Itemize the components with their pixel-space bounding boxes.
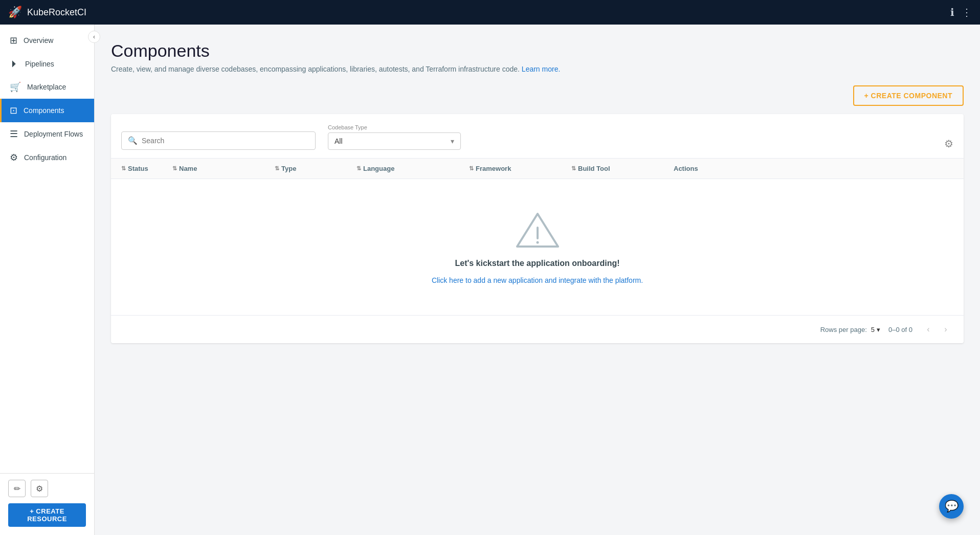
empty-state-link[interactable]: Click here to add a new application and … (432, 276, 643, 284)
sidebar-nav: ⊞ Overview ⏵ Pipelines 🛒 Marketplace ⊡ C… (0, 25, 94, 473)
topbar: 🚀 KubeRocketCI ℹ ⋮ (0, 0, 980, 25)
sidebar-item-label: Pipelines (25, 60, 54, 68)
table-filters: 🔍 Codebase Type All ▾ ⚙ (111, 114, 964, 159)
settings-icon: ⚙ (36, 484, 43, 494)
sort-icon: ⇅ (172, 165, 177, 172)
edit-icon: ✏ (14, 484, 20, 494)
logo-icon: 🚀 (8, 6, 22, 19)
main-content: Components Create, view, and manage dive… (95, 25, 980, 535)
page-nav: ‹ › (921, 322, 953, 337)
empty-state-title: Let's kickstart the application onboardi… (455, 259, 619, 268)
table-settings-icon[interactable]: ⚙ (944, 138, 953, 150)
page-title: Components (111, 41, 964, 61)
th-framework[interactable]: ⇅ Framework (469, 165, 571, 172)
th-type[interactable]: ⇅ Type (275, 165, 357, 172)
codebase-type-label: Codebase Type (328, 124, 461, 130)
chat-icon: 💬 (945, 500, 959, 513)
more-icon[interactable]: ⋮ (962, 6, 972, 18)
sidebar-item-label: Configuration (24, 153, 66, 162)
th-actions: Actions (674, 165, 735, 172)
rows-per-page-value: 5 (871, 326, 875, 333)
sidebar-collapse-button[interactable]: ‹ (88, 31, 100, 43)
chat-fab[interactable]: 💬 (939, 494, 964, 519)
prev-page-button[interactable]: ‹ (921, 322, 936, 337)
pagination: Rows per page: 5 ▾ 0–0 of 0 ‹ › (111, 315, 964, 343)
page-subtitle: Create, view, and manage diverse codebas… (111, 65, 964, 73)
svg-point-1 (536, 241, 539, 244)
pipelines-icon: ⏵ (10, 58, 19, 69)
configuration-icon: ⚙ (10, 152, 18, 163)
create-component-button[interactable]: + CREATE COMPONENT (853, 85, 964, 106)
components-icon: ⊡ (10, 105, 17, 116)
th-name[interactable]: ⇅ Name (172, 165, 275, 172)
page-info: 0–0 of 0 (888, 326, 912, 333)
sidebar-item-deployment-flows[interactable]: ☰ Deployment Flows (0, 122, 94, 146)
components-table-card: 🔍 Codebase Type All ▾ ⚙ ⇅ (111, 114, 964, 343)
sort-icon: ⇅ (571, 165, 576, 172)
search-box[interactable]: 🔍 (121, 131, 316, 150)
codebase-type-select[interactable]: All ▾ (328, 132, 461, 150)
sidebar-item-configuration[interactable]: ⚙ Configuration (0, 146, 94, 169)
filter-left: 🔍 Codebase Type All ▾ (121, 124, 461, 150)
info-icon[interactable]: ℹ (950, 6, 954, 18)
topbar-left: 🚀 KubeRocketCI (8, 6, 86, 19)
layout: ‹ ⊞ Overview ⏵ Pipelines 🛒 Marketplace ⊡… (0, 25, 980, 535)
codebase-type-value: All (335, 137, 343, 145)
rows-per-page-label: Rows per page: (820, 326, 867, 333)
deployment-flows-icon: ☰ (10, 128, 18, 140)
sidebar-item-label: Marketplace (27, 83, 66, 91)
sidebar-item-marketplace[interactable]: 🛒 Marketplace (0, 75, 94, 99)
sidebar-item-label: Components (24, 106, 64, 115)
marketplace-icon: 🛒 (10, 81, 21, 93)
search-icon: 🔍 (128, 136, 138, 145)
learn-more-link[interactable]: Learn more. (522, 65, 560, 73)
sidebar-item-pipelines[interactable]: ⏵ Pipelines (0, 52, 94, 75)
app-title: KubeRocketCI (27, 7, 86, 18)
codebase-type-filter: Codebase Type All ▾ (328, 124, 461, 150)
edit-icon-button[interactable]: ✏ (8, 480, 26, 497)
rows-per-page-select[interactable]: 5 ▾ (871, 326, 880, 333)
chevron-down-icon: ▾ (877, 326, 880, 333)
th-build-tool[interactable]: ⇅ Build Tool (571, 165, 674, 172)
search-input[interactable] (142, 137, 309, 145)
rows-per-page: Rows per page: 5 ▾ (820, 326, 880, 333)
sort-icon: ⇅ (121, 165, 126, 172)
sort-icon: ⇅ (275, 165, 279, 172)
sidebar-bottom: ✏ ⚙ (0, 473, 94, 503)
sort-icon: ⇅ (357, 165, 361, 172)
th-status[interactable]: ⇅ Status (121, 165, 172, 172)
sidebar-item-overview[interactable]: ⊞ Overview (0, 29, 94, 52)
next-page-button[interactable]: › (938, 322, 953, 337)
chevron-down-icon: ▾ (451, 137, 454, 145)
warning-icon (515, 210, 561, 251)
sidebar-item-label: Overview (24, 36, 53, 44)
empty-state: Let's kickstart the application onboardi… (111, 179, 964, 315)
table-header: ⇅ Status ⇅ Name ⇅ Type ⇅ Language ⇅ Fr (111, 159, 964, 179)
sidebar-item-label: Deployment Flows (24, 130, 83, 138)
create-resource-button[interactable]: + CREATE RESOURCE (8, 503, 86, 527)
top-actions: + CREATE COMPONENT (111, 85, 964, 106)
sidebar-item-components[interactable]: ⊡ Components (0, 99, 94, 122)
topbar-right: ℹ ⋮ (950, 6, 972, 18)
th-language[interactable]: ⇅ Language (357, 165, 469, 172)
settings-icon-button[interactable]: ⚙ (31, 480, 48, 497)
sort-icon: ⇅ (469, 165, 474, 172)
overview-icon: ⊞ (10, 35, 17, 46)
sidebar: ‹ ⊞ Overview ⏵ Pipelines 🛒 Marketplace ⊡… (0, 25, 95, 535)
